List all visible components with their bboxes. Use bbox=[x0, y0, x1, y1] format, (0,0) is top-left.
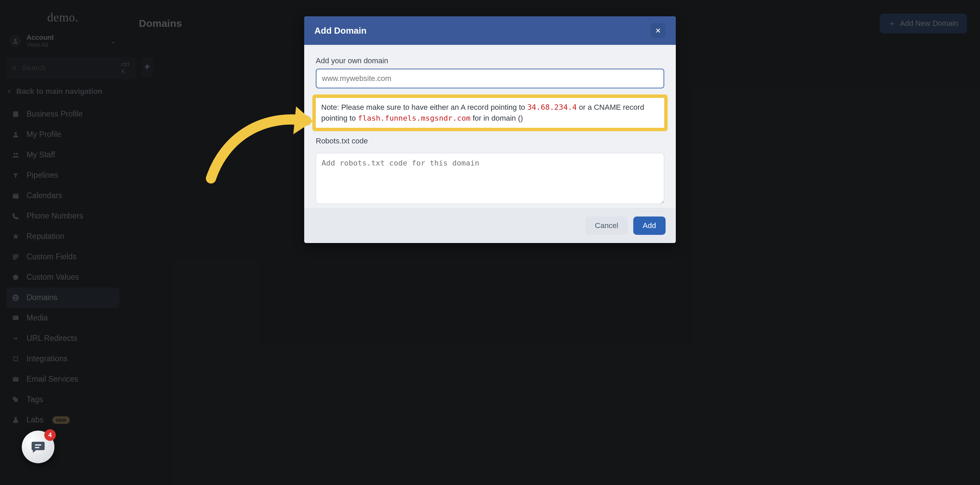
robots-label: Robots.txt code bbox=[316, 136, 664, 146]
dns-note-highlighted: Note: Please make sure to have either an… bbox=[312, 95, 668, 131]
domain-input[interactable] bbox=[316, 69, 664, 88]
modal-body: Add your own domain Note: Please make su… bbox=[304, 45, 676, 208]
chat-icon bbox=[30, 439, 46, 455]
close-icon bbox=[655, 27, 661, 34]
modal-close-button[interactable] bbox=[651, 23, 666, 38]
add-button[interactable]: Add bbox=[633, 217, 666, 235]
chat-launcher[interactable]: 4 bbox=[22, 431, 54, 463]
modal-title: Add Domain bbox=[314, 25, 366, 36]
robots-textarea[interactable] bbox=[316, 153, 664, 204]
svg-rect-26 bbox=[35, 447, 39, 448]
note-a-record-ip: 34.68.234.4 bbox=[527, 103, 577, 111]
app-root: demo. Account View All ⌄ ctrl K bbox=[0, 0, 980, 485]
add-domain-modal: Add Domain Add your own domain Note: Ple… bbox=[304, 16, 676, 243]
svg-rect-25 bbox=[35, 444, 41, 445]
modal-footer: Cancel Add bbox=[304, 208, 676, 243]
note-prefix: Note: Please make sure to have either an… bbox=[321, 103, 527, 111]
note-suffix: for in domain () bbox=[473, 114, 523, 122]
domain-input-label: Add your own domain bbox=[316, 56, 664, 65]
modal-header: Add Domain bbox=[304, 16, 676, 45]
cancel-button[interactable]: Cancel bbox=[585, 217, 627, 235]
chat-unread-badge: 4 bbox=[44, 429, 56, 441]
note-cname-target: flash.funnels.msgsndr.com bbox=[358, 114, 471, 122]
